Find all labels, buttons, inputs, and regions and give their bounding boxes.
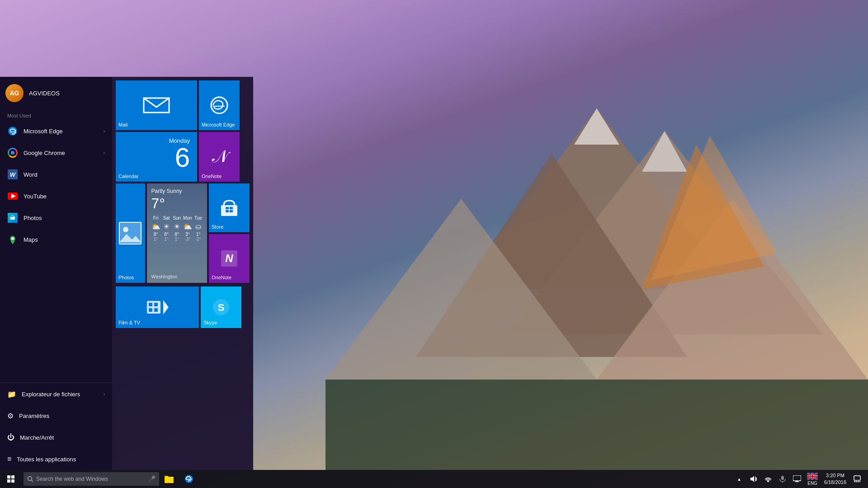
svg-rect-31 [154,303,158,306]
tray-volume-button[interactable] [746,470,761,488]
left-bottom-nav: 📁 Explorateur de fichiers › ⚙ Paramètres… [0,383,112,470]
weather-city: Washington [151,274,178,279]
tray-time-display: 3:20 PM [826,472,844,479]
tile-mail[interactable]: Mail [116,80,197,130]
tray-action-center[interactable] [850,470,864,488]
svg-rect-43 [781,476,784,480]
start-button[interactable] [0,470,22,488]
tile-photos-small-label: Photos [118,275,134,280]
app-item-youtube[interactable]: YouTube [0,185,112,207]
user-name: AGVIDEOS [29,90,60,97]
user-section[interactable]: AG AGVIDEOS [0,77,112,109]
system-tray: ▲ [732,470,868,488]
taskbar: 🎤 ▲ [0,470,868,488]
svg-rect-58 [854,481,855,482]
store-icon [219,198,239,218]
start-menu: AG AGVIDEOS Most Used Microsoft Edge › G… [0,77,253,470]
app-item-word[interactable]: W Word [0,164,112,185]
photos-app-icon: 🏔 [7,212,18,223]
svg-marker-29 [163,300,169,314]
tile-store[interactable]: Store [209,183,250,232]
weather-content: Partly Sunny 7° Fri ⛅ 8° 1° Sat ☀ 8° [147,183,207,283]
edge-app-label: Microsoft Edge [24,128,63,135]
maps-app-label: Maps [24,236,38,243]
search-input[interactable] [36,476,148,482]
all-apps-icon: ≡ [7,455,11,463]
tray-speech-button[interactable] [775,470,790,488]
app-item-edge[interactable]: Microsoft Edge › [0,120,112,142]
svg-point-15 [11,237,14,240]
svg-point-36 [28,477,32,481]
tile-photos-small[interactable]: Photos [116,183,145,283]
forecast-sat: Sat ☀ 8° 1° [162,216,171,242]
left-panel: AG AGVIDEOS Most Used Microsoft Edge › G… [0,77,112,470]
forecast-fri: Fri ⛅ 8° 1° [151,216,160,242]
tile-calendar-label: Calendar [118,174,139,179]
nav-item-settings[interactable]: ⚙ Paramètres [0,405,112,427]
app-item-chrome[interactable]: Google Chrome › [0,142,112,164]
svg-rect-30 [149,303,152,306]
speech-icon [779,475,786,483]
tile-calendar[interactable]: Monday 6 Calendar [116,132,197,182]
search-icon [27,476,33,482]
svg-rect-38 [165,477,174,483]
tray-datetime[interactable]: 3:20 PM 6/18/2016 [821,470,850,488]
nav-item-all-apps[interactable]: ≡ Toutes les applications [0,448,112,470]
tile-film-label: Film & TV [118,320,140,325]
tile-film[interactable]: Film & TV [116,286,199,328]
chrome-app-label: Google Chrome [24,150,65,156]
user-avatar[interactable]: AG [5,84,24,102]
svg-point-17 [211,97,227,113]
tiles-row-2: Monday 6 Calendar 𝒩 OneNote [116,132,250,182]
tray-windows-button[interactable] [790,470,804,488]
tile-onenote-bottom-label: OneNote [212,275,231,280]
svg-text:N: N [225,252,233,264]
microphone-icon[interactable]: 🎤 [148,475,156,483]
taskbar-edge[interactable] [180,470,198,488]
app-item-maps[interactable]: Maps [0,229,112,250]
tray-network-button[interactable] [761,470,775,488]
explorer-icon: 📁 [7,390,16,399]
taskbar-file-explorer[interactable] [160,470,178,488]
nav-item-power[interactable]: ⏻ Marche/Arrêt [0,427,112,448]
taskbar-edge-icon [184,474,193,483]
maps-app-icon [7,234,18,245]
settings-label: Paramètres [19,413,49,419]
skype-icon: S [211,297,231,317]
svg-rect-61 [859,481,860,482]
mail-icon [142,94,171,116]
weather-temp: 7° [151,195,203,212]
settings-icon: ⚙ [7,412,14,420]
windows-logo-icon [7,475,14,483]
tray-lang[interactable]: ENG [804,470,821,488]
weather-forecast: Fri ⛅ 8° 1° Sat ☀ 8° 1° Sun [151,216,203,242]
tiles-row-1: Mail Microsoft Edge [116,80,250,130]
youtube-app-icon [7,191,18,202]
nav-item-explorer[interactable]: 📁 Explorateur de fichiers › [0,383,112,405]
tile-onenote-bottom[interactable]: N OneNote [209,234,250,283]
svg-rect-60 [858,481,859,482]
svg-rect-32 [149,308,152,312]
svg-marker-41 [750,476,754,482]
explorer-label: Explorateur de fichiers [22,391,80,398]
explorer-chevron: › [104,392,105,397]
tile-edge[interactable]: Microsoft Edge [199,80,240,130]
tile-onenote-top[interactable]: 𝒩 OneNote [199,132,240,182]
tile-weather[interactable]: Partly Sunny 7° Fri ⛅ 8° 1° Sat ☀ 8° [147,183,207,283]
photos-tile-icon [118,221,143,246]
notification-center-icon [793,475,801,483]
edge-tile-icon [209,95,229,115]
user-initials: AG [10,89,19,97]
tile-skype[interactable]: S Skype [201,286,241,328]
search-bar[interactable]: 🎤 [24,472,159,486]
word-app-label: Word [24,171,38,178]
app-item-photos[interactable]: 🏔 Photos [0,207,112,229]
all-apps-label: Toutes les applications [17,456,76,463]
network-icon [764,476,772,482]
tray-expand-button[interactable]: ▲ [732,470,746,488]
tile-onenote-top-label: OneNote [202,174,222,179]
calendar-date: 6 [175,144,190,171]
tile-mail-label: Mail [118,122,127,127]
svg-rect-7 [326,380,868,470]
forecast-sun: Sun ☀ 8° 1° [173,216,181,242]
